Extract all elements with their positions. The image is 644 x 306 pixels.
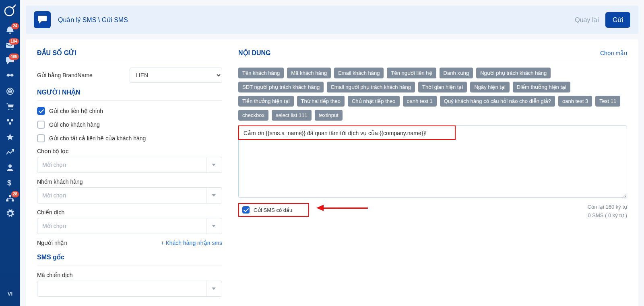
variable-tag[interactable]: oanh test 3 [558, 96, 592, 107]
chevron-down-icon [206, 218, 220, 234]
section-smsroot-title: SMS gốc [37, 253, 222, 265]
badge: 24 [11, 23, 19, 29]
variable-tag[interactable]: Tên khách hàng [238, 68, 284, 78]
svg-point-8 [7, 119, 9, 121]
variable-tag[interactable]: Danh xưng [440, 68, 473, 78]
variable-tag-cloud: Tên khách hàngMã khách hàngEmail khách h… [238, 68, 627, 121]
variable-tag[interactable]: Ngày hiện tại [470, 82, 509, 92]
annotation-arrow-icon [316, 205, 368, 211]
language-switch[interactable]: VI [0, 287, 20, 300]
variable-tag[interactable]: Test 11 [595, 96, 620, 107]
badge: 488 [9, 53, 19, 60]
checkbox-primary-label: Gửi cho liên hệ chính [49, 108, 103, 114]
variable-tag[interactable]: Chủ nhật tiếp theo [348, 96, 400, 107]
sidebar-item-settings[interactable] [0, 206, 20, 221]
section-sender-title: ĐẦU SỐ GỬI [37, 49, 222, 61]
checkbox-customer-label: Gửi cho khách hàng [49, 121, 100, 128]
variable-tag[interactable]: Quý khách hàng có câu hỏi nào cho diễn g… [440, 96, 555, 107]
chevron-down-icon [206, 281, 220, 296]
sidebar-item-user[interactable] [0, 160, 20, 175]
variable-tag[interactable]: checkbox [238, 110, 268, 121]
campaigncode-select[interactable] [37, 281, 222, 297]
variable-tag[interactable]: Điểm thưởng hiện tại [513, 82, 570, 92]
breadcrumb-leaf[interactable]: Gửi SMS [102, 16, 128, 23]
sidebar-item-inbox[interactable]: 184 [0, 38, 20, 53]
svg-point-10 [9, 122, 11, 125]
svg-point-7 [12, 109, 13, 110]
variable-tag[interactable]: Thời gian hiện tại [418, 82, 467, 92]
brandname-label: Gửi bằng BrandName [37, 72, 130, 78]
page-header: Quản lý SMS \ Gửi SMS Quay lại Gửi [26, 6, 638, 34]
breadcrumb: Quản lý SMS \ Gửi SMS [58, 16, 128, 24]
chevron-down-icon [206, 188, 220, 203]
variable-tag[interactable]: select list 111 [272, 110, 312, 121]
variable-tag[interactable]: Mã khách hàng [287, 68, 331, 78]
sidebar-item-notifications[interactable]: 24 [0, 23, 20, 38]
chevron-down-icon [206, 157, 220, 173]
variable-tag[interactable]: oanh test 1 [403, 96, 437, 107]
choose-template-link[interactable]: Chọn mẫu [600, 50, 627, 56]
filter-label: Chọn bộ lọc [37, 148, 222, 154]
svg-rect-15 [12, 199, 14, 201]
svg-rect-13 [9, 195, 11, 197]
sidebar-item-messages[interactable]: 488 [0, 53, 20, 68]
campaign-label: Chiến dịch [37, 209, 222, 216]
variable-tag[interactable]: Email khách hàng [334, 68, 384, 78]
breadcrumb-root[interactable]: Quản lý SMS [58, 16, 96, 23]
filter-select[interactable]: Mời chọn [37, 157, 222, 173]
page-icon [34, 11, 51, 28]
sidebar-item-reports[interactable] [0, 145, 20, 160]
badge: 184 [9, 38, 19, 45]
customer-group-select[interactable]: Mời chọn [37, 187, 222, 203]
svg-point-9 [11, 119, 13, 121]
campaign-select[interactable]: Mời chọn [37, 218, 222, 234]
svg-point-6 [8, 109, 10, 110]
variable-tag[interactable]: Thứ hai tiếp theo [297, 96, 345, 107]
campaigncode-label: Mã chiến dịch [37, 272, 222, 278]
char-counter: Còn lại 160 ký tự 0 SMS ( 0 ký tự ) [588, 203, 627, 220]
variable-tag[interactable]: Tiền thưởng hiện tại [238, 96, 294, 107]
brandname-select[interactable]: LIEN [130, 68, 222, 83]
message-textarea[interactable] [238, 125, 627, 198]
sidebar-item-deals[interactable] [0, 68, 20, 84]
svg-point-11 [8, 164, 12, 168]
send-button[interactable]: Gửi [605, 12, 630, 28]
checkbox-customer[interactable] [37, 121, 45, 129]
checkbox-all-contacts-label: Gửi cho tất cả liên hệ của khách hàng [49, 135, 146, 142]
back-link[interactable]: Quay lại [575, 16, 599, 24]
section-content-title: NỘI DUNG [238, 49, 271, 57]
sidebar-item-favorites[interactable] [0, 129, 20, 145]
checkbox-all-contacts[interactable] [37, 134, 45, 142]
checkbox-sms-accent-label: Gửi SMS có dấu [254, 207, 292, 213]
variable-tag[interactable]: Email người phụ trách khách hàng [327, 82, 415, 92]
right-column: NỘI DUNG Chọn mẫu Tên khách hàngMã khách… [238, 49, 627, 302]
variable-tag[interactable]: textinput [315, 110, 343, 121]
section-recipient-title: NGƯỜI NHẬN [37, 88, 222, 101]
left-column: ĐẦU SỐ GỬI Gửi bằng BrandName LIEN NGƯỜI… [37, 49, 222, 302]
sidebar-item-finance[interactable]: $ [0, 175, 20, 191]
sidebar-item-products[interactable] [0, 114, 20, 129]
recipient-label: Người nhận [37, 240, 67, 246]
group-label: Nhóm khách hàng [37, 179, 222, 185]
variable-tag[interactable]: SĐT người phụ trách khách hàng [238, 82, 324, 92]
svg-point-5 [10, 91, 10, 92]
badge: 28 [11, 191, 19, 197]
svg-point-0 [5, 7, 14, 16]
sidebar-item-target[interactable] [0, 84, 20, 99]
svg-text:$: $ [7, 179, 11, 187]
add-recipient-link[interactable]: + Khách hàng nhận sms [161, 240, 222, 246]
app-logo[interactable] [2, 2, 18, 18]
annotation-accent-box: Gửi SMS có dấu [238, 203, 309, 217]
variable-tag[interactable]: Người phụ trách khách hàng [476, 68, 551, 78]
app-sidebar: 24 184 488 $ 28 VI [0, 0, 20, 306]
checkbox-sms-accent[interactable] [242, 206, 250, 214]
svg-rect-14 [6, 199, 8, 201]
checkbox-primary-contact[interactable] [37, 107, 45, 115]
sidebar-item-org[interactable]: 28 [0, 191, 20, 206]
variable-tag[interactable]: Tên người liên hệ [387, 68, 436, 78]
main-panel: ĐẦU SỐ GỬI Gửi bằng BrandName LIEN NGƯỜI… [26, 39, 638, 306]
sidebar-item-cart[interactable] [0, 99, 20, 114]
content-area: Quản lý SMS \ Gửi SMS Quay lại Gửi ĐẦU S… [20, 0, 644, 306]
